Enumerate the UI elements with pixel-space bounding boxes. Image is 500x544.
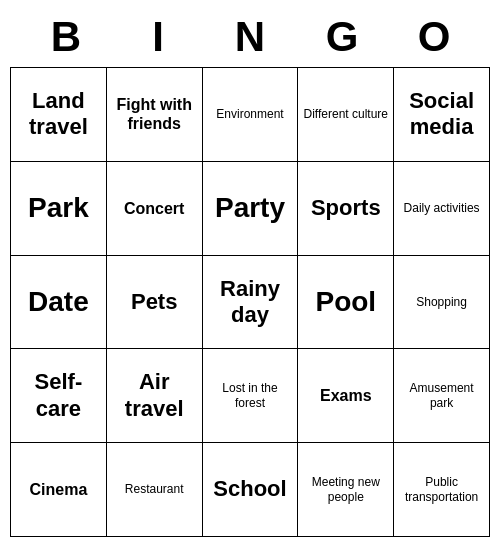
cell-1-2: Party	[203, 162, 299, 256]
cell-2-4: Shopping	[394, 256, 490, 350]
cell-0-2: Environment	[203, 68, 299, 162]
cell-1-4: Daily activities	[394, 162, 490, 256]
cell-2-1: Pets	[107, 256, 203, 350]
cell-3-4: Amusement park	[394, 349, 490, 443]
cell-1-1: Concert	[107, 162, 203, 256]
cell-3-2: Lost in the forest	[203, 349, 299, 443]
cell-1-3: Sports	[298, 162, 394, 256]
cell-0-1: Fight with friends	[107, 68, 203, 162]
cell-2-2: Rainy day	[203, 256, 299, 350]
cell-4-2: School	[203, 443, 299, 537]
bingo-letter-i: I	[118, 13, 198, 61]
cell-4-1: Restaurant	[107, 443, 203, 537]
cell-4-0: Cinema	[11, 443, 107, 537]
cell-0-0: Land travel	[11, 68, 107, 162]
bingo-card: BINGO Land travelFight with friendsEnvir…	[10, 7, 490, 537]
bingo-letter-n: N	[210, 13, 290, 61]
cell-4-4: Public transportation	[394, 443, 490, 537]
cell-2-3: Pool	[298, 256, 394, 350]
cell-3-0: Self-care	[11, 349, 107, 443]
cell-2-0: Date	[11, 256, 107, 350]
cell-4-3: Meeting new people	[298, 443, 394, 537]
cell-3-3: Exams	[298, 349, 394, 443]
bingo-letter-o: O	[394, 13, 474, 61]
bingo-letter-b: B	[26, 13, 106, 61]
cell-0-4: Social media	[394, 68, 490, 162]
bingo-letter-g: G	[302, 13, 382, 61]
cell-1-0: Park	[11, 162, 107, 256]
bingo-header: BINGO	[10, 7, 490, 67]
bingo-grid: Land travelFight with friendsEnvironment…	[10, 67, 490, 537]
cell-0-3: Different culture	[298, 68, 394, 162]
cell-3-1: Air travel	[107, 349, 203, 443]
